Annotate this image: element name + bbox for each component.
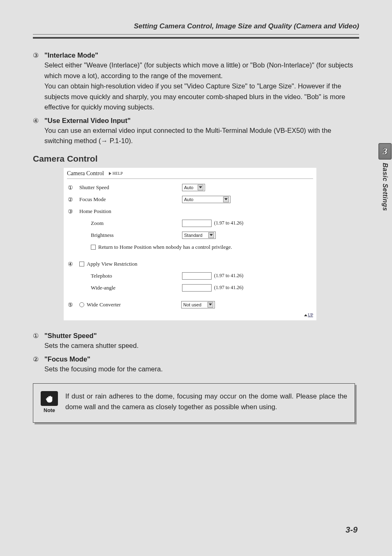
page: Setting Camera Control, Image Size and Q… [0,0,392,556]
select-brightness[interactable]: Standard [182,232,216,239]
content: ③ "Interlace Mode" Select either "Weave … [33,51,355,423]
dropdown-icon [208,232,214,238]
row-wide-converter: ⑤ Wide Converter Not used [67,299,313,310]
up-link-label: UP [308,313,313,317]
help-link[interactable]: HELP [109,171,123,176]
range-wide-angle: (1.97 to 41.26) [214,285,243,291]
marker-4: ④ [67,261,79,267]
chapter-badge: 3 [378,143,392,160]
label-brightness: Brightness [79,232,182,239]
label-telephoto: Telephoto [79,273,182,279]
select-wide-converter[interactable]: Not used [181,301,215,308]
row-shutter-speed: ① Shutter Speed Auto [67,182,313,193]
item-2-title: "Focus Mode" [44,355,90,363]
marker-5: ⑤ [67,301,79,308]
marker-2: ② [67,196,79,203]
note-box: Note If dust or rain adheres to the dome… [33,383,355,423]
chevron-right-icon [109,172,111,175]
select-brightness-value: Standard [184,233,203,238]
label-wide-angle: Wide-angle [79,285,182,291]
input-wide-angle[interactable] [182,284,212,292]
input-zoom[interactable] [182,220,212,227]
marker-3: ③ [67,208,79,215]
row-return-home: Return to Home Position when nobody has … [67,242,313,253]
item-3-header: ③ "Interlace Mode" [33,51,355,59]
dropdown-icon [198,185,203,190]
label-wide-converter: Wide Converter [87,301,181,308]
cc-panel-title: Camera Control [67,170,104,177]
note-hand-icon [41,391,58,406]
radio-wide-converter[interactable] [79,302,84,307]
range-telephoto: (1.97 to 41.26) [214,273,243,279]
label-focus-mode: Focus Mode [79,196,182,203]
item-4-title: "Use External Video Input" [44,117,131,125]
select-shutter-speed-value: Auto [184,185,194,190]
range-zoom: (1.97 to 41.26) [214,220,243,226]
row-apply-view-restriction: ④ Apply View Restriction [67,259,313,269]
dropdown-icon [208,302,213,308]
item-4-header: ④ "Use External Video Input" [33,117,355,125]
side-tab: 3 Basic Settings [378,143,392,211]
note-text: If dust or rain adheres to the dome, foc… [65,391,347,412]
side-tab-label: Basic Settings [381,163,389,211]
item-3-body: Select either "Weave (Interlace)" (for s… [44,60,355,113]
select-wide-converter-value: Not used [183,302,201,307]
section-heading-camera-control: Camera Control [33,154,355,164]
item-1-header: ① "Shutter Speed" [33,332,355,340]
page-header-title: Setting Camera Control, Image Size and Q… [33,22,359,30]
header-rule-thin [33,34,359,35]
label-shutter-speed: Shutter Speed [79,184,182,191]
checkbox-return-home[interactable] [91,245,96,250]
chevron-up-icon [304,314,307,316]
item-4-number: ④ [33,117,44,125]
note-icon-wrap: Note [41,391,58,413]
label-home-position: Home Position [79,208,182,215]
input-telephoto[interactable] [182,272,212,280]
help-label: HELP [113,171,123,176]
label-return-home: Return to Home Position when nobody has … [98,244,232,250]
note-label: Note [44,408,55,413]
page-number: 3-9 [346,525,357,535]
select-focus-mode[interactable]: Auto [182,196,231,203]
item-1-number: ① [33,332,44,340]
label-apply-view: Apply View Restriction [87,261,137,267]
camera-control-panel: Camera Control HELP ① Shutter Speed Auto… [64,168,316,320]
dropdown-icon [223,197,229,202]
select-shutter-speed[interactable]: Auto [182,184,205,191]
row-wide-angle: Wide-angle (1.97 to 41.26) [67,283,313,293]
marker-1: ① [67,184,79,191]
header-rule-thick [33,37,359,39]
item-2-body: Sets the focusing mode for the camera. [44,364,355,375]
row-telephoto: Telephoto (1.97 to 41.26) [67,271,313,281]
row-brightness: Brightness Standard [67,230,313,241]
row-zoom: Zoom (1.97 to 41.26) [67,218,313,229]
cc-panel-header: Camera Control HELP [67,170,313,179]
item-3-number: ③ [33,51,44,59]
checkbox-apply-view[interactable] [79,262,84,266]
row-home-position: ③ Home Position [67,206,313,217]
row-focus-mode: ② Focus Mode Auto [67,194,313,205]
up-link[interactable]: UP [67,313,313,317]
item-2-header: ② "Focus Mode" [33,355,355,363]
item-1-title: "Shutter Speed" [44,332,97,340]
label-zoom: Zoom [79,220,182,227]
item-3-title: "Interlace Mode" [44,51,98,59]
item-1-body: Sets the camera shutter speed. [44,341,355,351]
select-focus-mode-value: Auto [184,197,194,202]
item-4-body: You can use an external video input conn… [44,125,355,146]
item-2-number: ② [33,355,44,363]
